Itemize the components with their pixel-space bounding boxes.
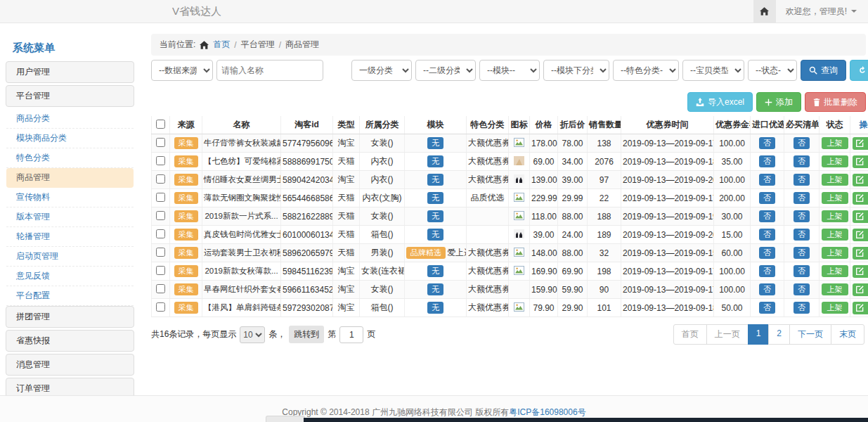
filter-select-status[interactable]: --状态-- bbox=[748, 60, 797, 81]
imported-toggle[interactable]: 否 bbox=[759, 155, 775, 167]
filter-select-level2-category[interactable]: --二级分类-- bbox=[415, 60, 476, 81]
page-number-input[interactable] bbox=[339, 326, 363, 343]
edit-button[interactable] bbox=[853, 283, 868, 296]
breadcrumb-home-link[interactable]: 首页 bbox=[213, 39, 230, 51]
sidebar-item[interactable]: 模块商品分类 bbox=[6, 129, 134, 148]
edit-button[interactable] bbox=[853, 192, 868, 205]
user-menu[interactable]: 欢迎您，管理员! bbox=[776, 6, 868, 18]
add-button[interactable]: 添加 bbox=[756, 92, 801, 112]
status-button[interactable]: 上架 bbox=[822, 137, 848, 149]
row-checkbox[interactable] bbox=[156, 193, 165, 202]
select-all-checkbox[interactable] bbox=[156, 120, 165, 129]
page-button[interactable]: 上一页 bbox=[706, 324, 749, 345]
sidebar-item[interactable]: 轮播管理 bbox=[6, 227, 134, 247]
must-buy-toggle[interactable]: 否 bbox=[793, 210, 810, 222]
sidebar-item[interactable]: 启动页管理 bbox=[6, 247, 134, 267]
imported-toggle[interactable]: 否 bbox=[759, 247, 775, 259]
icp-link[interactable]: 粤ICP备16098006号 bbox=[509, 407, 585, 417]
row-checkbox[interactable] bbox=[156, 229, 165, 238]
status-button[interactable]: 上架 bbox=[822, 192, 848, 204]
filter-select-item-type[interactable]: --宝贝类型-- bbox=[682, 60, 744, 81]
row-checkbox[interactable] bbox=[156, 174, 165, 184]
sidebar-item[interactable]: 省惠快报 bbox=[6, 330, 134, 352]
must-buy-toggle[interactable]: 否 bbox=[793, 155, 810, 167]
cell-sales: 97 bbox=[588, 171, 621, 189]
imported-toggle[interactable]: 否 bbox=[759, 302, 775, 314]
sidebar-item[interactable]: 商品分类 bbox=[6, 109, 134, 129]
filter-select-module[interactable]: --模块-- bbox=[479, 60, 540, 81]
jump-to-button[interactable]: 跳转到 bbox=[289, 326, 324, 343]
must-buy-toggle[interactable]: 否 bbox=[793, 265, 810, 277]
row-checkbox[interactable] bbox=[156, 138, 165, 147]
imported-toggle[interactable]: 否 bbox=[759, 283, 775, 295]
status-button[interactable]: 上架 bbox=[822, 247, 848, 259]
edit-button[interactable] bbox=[853, 155, 868, 168]
status-button[interactable]: 上架 bbox=[822, 265, 848, 277]
edit-button[interactable] bbox=[853, 174, 868, 186]
search-button[interactable]: 查询 bbox=[801, 60, 846, 81]
sidebar-item[interactable]: 宣传物料 bbox=[6, 188, 134, 207]
page-button[interactable]: 2 bbox=[768, 324, 790, 345]
page-button[interactable]: 末页 bbox=[831, 324, 864, 345]
sidebar-item[interactable]: 消息管理 bbox=[6, 354, 134, 376]
cell-discount-price: 29.99 bbox=[558, 189, 588, 207]
edit-button[interactable] bbox=[853, 137, 868, 150]
reset-button[interactable]: 重置 bbox=[850, 60, 868, 81]
row-checkbox[interactable] bbox=[156, 211, 165, 220]
sidebar-item[interactable]: 特色分类 bbox=[6, 148, 134, 168]
edit-button[interactable] bbox=[853, 229, 868, 241]
status-button[interactable]: 上架 bbox=[822, 229, 848, 241]
status-button[interactable]: 上架 bbox=[822, 155, 848, 167]
must-buy-toggle[interactable]: 否 bbox=[793, 247, 810, 259]
must-buy-toggle[interactable]: 否 bbox=[793, 229, 810, 241]
must-buy-toggle[interactable]: 否 bbox=[793, 174, 810, 186]
edit-button[interactable] bbox=[853, 210, 868, 223]
search-name-input[interactable] bbox=[216, 60, 323, 81]
must-buy-toggle[interactable]: 否 bbox=[793, 283, 810, 295]
status-button[interactable]: 上架 bbox=[822, 210, 848, 222]
status-button[interactable]: 上架 bbox=[822, 283, 848, 295]
per-page-select[interactable]: 10 bbox=[240, 326, 265, 343]
filter-select-data-source[interactable]: --数据来源-- bbox=[151, 60, 213, 81]
sidebar-item[interactable]: 平台管理 bbox=[6, 85, 134, 107]
sidebar-item[interactable]: 拼团管理 bbox=[6, 306, 134, 328]
cell-coupon-time: 2019-09-13—2019-09-17 bbox=[621, 189, 714, 207]
sidebar-item[interactable]: 意见反馈 bbox=[6, 267, 134, 286]
must-buy-toggle[interactable]: 否 bbox=[793, 302, 810, 314]
page-button[interactable]: 首页 bbox=[673, 324, 707, 345]
page-button[interactable]: 1 bbox=[748, 324, 770, 345]
row-checkbox[interactable] bbox=[156, 156, 165, 165]
row-checkbox[interactable] bbox=[156, 248, 165, 257]
sidebar-item[interactable]: 平台配置 bbox=[6, 286, 134, 306]
imported-toggle[interactable]: 否 bbox=[759, 265, 775, 277]
home-button[interactable] bbox=[753, 0, 776, 23]
must-buy-toggle[interactable]: 否 bbox=[793, 137, 810, 149]
row-checkbox[interactable] bbox=[156, 284, 165, 293]
sidebar-item[interactable]: 版本管理 bbox=[6, 207, 134, 227]
filter-select-level1-category[interactable]: 一级分类 bbox=[351, 60, 412, 81]
edit-button[interactable] bbox=[853, 302, 868, 314]
cell-category: 女装(连衣裙) bbox=[360, 262, 405, 281]
row-checkbox[interactable] bbox=[156, 266, 165, 275]
sidebar-item[interactable]: 用户管理 bbox=[6, 61, 134, 83]
page-button[interactable]: 下一页 bbox=[789, 324, 831, 345]
filter-select-module-sub-category[interactable]: --模块下分类-- bbox=[543, 60, 609, 81]
cell-must-buy-toggle: 否 bbox=[784, 281, 820, 299]
sidebar-item[interactable]: 商品管理 bbox=[6, 168, 134, 188]
status-button[interactable]: 上架 bbox=[822, 302, 848, 314]
edit-button[interactable] bbox=[853, 265, 868, 278]
must-buy-toggle[interactable]: 否 bbox=[793, 192, 810, 204]
cell-source: 采集 bbox=[170, 281, 202, 299]
bulk-delete-button[interactable]: 批量删除 bbox=[805, 92, 866, 112]
edit-button[interactable] bbox=[853, 247, 868, 260]
status-button[interactable]: 上架 bbox=[822, 174, 848, 186]
row-checkbox[interactable] bbox=[156, 302, 165, 312]
imported-toggle[interactable]: 否 bbox=[759, 229, 775, 241]
imported-toggle[interactable]: 否 bbox=[759, 192, 775, 204]
imported-toggle[interactable]: 否 bbox=[759, 137, 775, 149]
import-excel-button[interactable]: 导入excel bbox=[687, 92, 753, 112]
cell-must-buy-toggle: 否 bbox=[784, 153, 820, 171]
imported-toggle[interactable]: 否 bbox=[759, 210, 775, 222]
imported-toggle[interactable]: 否 bbox=[759, 174, 775, 186]
filter-select-feature-category[interactable]: --特色分类-- bbox=[613, 60, 679, 81]
